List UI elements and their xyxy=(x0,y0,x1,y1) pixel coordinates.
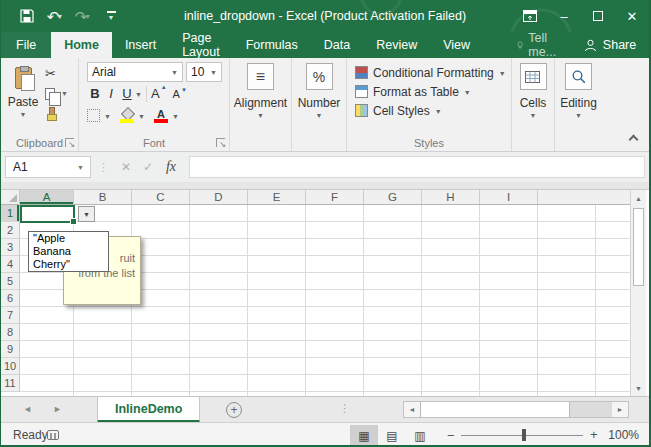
chevron-down-icon[interactable]: ▼ xyxy=(77,164,90,171)
scroll-down-button[interactable]: ▼ xyxy=(631,380,646,396)
column-header[interactable]: E xyxy=(248,190,306,204)
bold-button[interactable]: B xyxy=(87,86,103,101)
cells-button[interactable]: Cells ▼ xyxy=(512,58,554,119)
paste-button[interactable]: Paste ▼ xyxy=(5,62,41,122)
tab-page-layout[interactable]: Page Layout xyxy=(169,32,233,58)
alignment-button[interactable]: ≡ Alignment ▼ xyxy=(230,58,291,119)
copy-button[interactable]: ▼ xyxy=(45,85,68,102)
column-header[interactable]: B xyxy=(74,190,132,204)
tab-formulas[interactable]: Formulas xyxy=(233,32,311,58)
horizontal-scroll-thumb[interactable] xyxy=(420,402,570,417)
collapse-ribbon-button[interactable] xyxy=(629,135,639,145)
row-header[interactable]: 3 xyxy=(1,239,20,256)
cut-button[interactable]: ✂ xyxy=(45,65,68,82)
underline-button[interactable]: U xyxy=(119,86,135,101)
paste-dropdown-icon[interactable]: ▼ xyxy=(20,111,27,118)
vertical-scrollbar[interactable]: ▲ ▼ xyxy=(630,190,646,396)
format-painter-button[interactable] xyxy=(45,105,68,122)
page-break-view-button[interactable]: ▥ xyxy=(406,425,434,446)
minimize-button[interactable]: – xyxy=(547,0,581,32)
row-header[interactable]: 11 xyxy=(1,375,20,392)
undo-button[interactable]: ↶▼ xyxy=(43,4,67,28)
tell-me-box[interactable]: Tell me... xyxy=(507,32,570,58)
decrease-font-size-button[interactable]: A xyxy=(173,88,187,100)
column-header[interactable]: G xyxy=(364,190,422,204)
tab-view[interactable]: View xyxy=(430,32,483,58)
formula-input[interactable] xyxy=(189,156,645,178)
insert-function-button[interactable]: fx xyxy=(159,159,183,175)
font-color-button[interactable]: A xyxy=(154,108,168,123)
next-sheet-button[interactable]: ► xyxy=(53,404,62,414)
row-header[interactable]: 1 xyxy=(1,205,20,222)
column-header[interactable]: C xyxy=(132,190,190,204)
row-header[interactable]: 5 xyxy=(1,273,20,290)
redo-button[interactable]: ↷▼ xyxy=(71,4,95,28)
row-header[interactable]: 6 xyxy=(1,290,20,307)
font-name-select[interactable]: Arial▼ xyxy=(87,62,183,82)
previous-sheet-button[interactable]: ◄ xyxy=(23,404,32,414)
row-header[interactable]: 8 xyxy=(1,324,20,341)
row-header[interactable]: 4 xyxy=(1,256,20,273)
tab-file[interactable]: File xyxy=(1,32,51,58)
italic-button[interactable]: I xyxy=(103,86,119,101)
zoom-level[interactable]: 100% xyxy=(599,428,639,442)
number-button[interactable]: % Number ▼ xyxy=(292,58,346,119)
customize-qat-button[interactable]: ▼ xyxy=(99,4,123,28)
zoom-in-button[interactable]: + xyxy=(590,427,598,442)
format-as-table-icon xyxy=(355,85,368,98)
select-all-corner[interactable] xyxy=(1,190,20,205)
new-sheet-button[interactable]: + xyxy=(226,402,242,418)
underline-dropdown-icon[interactable]: ▼ xyxy=(135,91,142,98)
format-as-table-button[interactable]: Format as Table ▼ xyxy=(355,82,511,101)
tab-home[interactable]: Home xyxy=(51,32,112,58)
formula-bar-drag-handle[interactable]: ⋮ xyxy=(98,161,108,174)
conditional-formatting-button[interactable]: Conditional Formatting ▼ xyxy=(355,63,511,82)
scroll-right-button[interactable]: ► xyxy=(612,402,628,417)
increase-font-size-button[interactable]: A xyxy=(151,86,167,101)
page-layout-view-button[interactable]: ▤ xyxy=(378,425,406,446)
editing-button[interactable]: Editing ▼ xyxy=(555,58,602,119)
zoom-slider-thumb[interactable] xyxy=(522,429,526,441)
vertical-scroll-thumb[interactable] xyxy=(633,208,644,286)
column-header[interactable]: A xyxy=(20,190,74,204)
selected-cell-A1[interactable] xyxy=(20,205,75,223)
dropdown-list-item[interactable]: Banana xyxy=(29,245,108,258)
macro-record-icon[interactable] xyxy=(47,430,59,440)
tab-insert[interactable]: Insert xyxy=(112,32,169,58)
tabbar-drag-handle[interactable]: ⋮ xyxy=(339,402,350,415)
fill-color-button[interactable] xyxy=(120,109,134,123)
scroll-up-button[interactable]: ▲ xyxy=(631,190,646,206)
enter-button[interactable]: ✓ xyxy=(137,160,159,174)
tab-data[interactable]: Data xyxy=(311,32,363,58)
name-box[interactable]: A1 ▼ xyxy=(5,156,91,178)
column-header[interactable]: H xyxy=(422,190,480,204)
sheet-tab-inlinedemo[interactable]: InlineDemo xyxy=(97,397,200,423)
horizontal-scrollbar[interactable]: ◄ ► xyxy=(403,401,629,418)
save-button[interactable] xyxy=(15,4,39,28)
row-header[interactable]: 2 xyxy=(1,222,20,239)
column-header[interactable]: F xyxy=(306,190,364,204)
column-header[interactable]: I xyxy=(480,190,538,204)
zoom-out-button[interactable]: − xyxy=(447,428,455,443)
data-validation-dropdown-button[interactable]: ▼ xyxy=(78,206,95,222)
row-header[interactable]: 7 xyxy=(1,307,20,324)
borders-button[interactable] xyxy=(87,109,100,122)
tab-review[interactable]: Review xyxy=(363,32,430,58)
undo-dropdown-icon[interactable]: ▼ xyxy=(56,13,63,20)
row-header[interactable]: 10 xyxy=(1,358,20,375)
font-size-select[interactable]: 10▼ xyxy=(186,62,222,82)
close-button[interactable]: ✕ xyxy=(615,0,649,32)
share-button[interactable]: Share xyxy=(570,32,650,58)
normal-view-button[interactable]: ▦ xyxy=(350,425,378,446)
row-header[interactable]: 9 xyxy=(1,341,20,358)
column-header[interactable]: D xyxy=(190,190,248,204)
font-dialog-launcher[interactable] xyxy=(216,138,225,147)
cancel-button[interactable]: ✕ xyxy=(115,160,137,174)
clipboard-dialog-launcher[interactable] xyxy=(65,138,74,147)
ribbon-display-options-button[interactable] xyxy=(513,0,547,32)
scroll-left-button[interactable]: ◄ xyxy=(404,402,420,417)
cell-styles-button[interactable]: Cell Styles ▼ xyxy=(355,101,511,120)
dropdown-list-item[interactable]: Cherry" xyxy=(29,258,108,271)
dropdown-list-item[interactable]: "Apple xyxy=(29,232,108,245)
maximize-button[interactable] xyxy=(581,0,615,32)
